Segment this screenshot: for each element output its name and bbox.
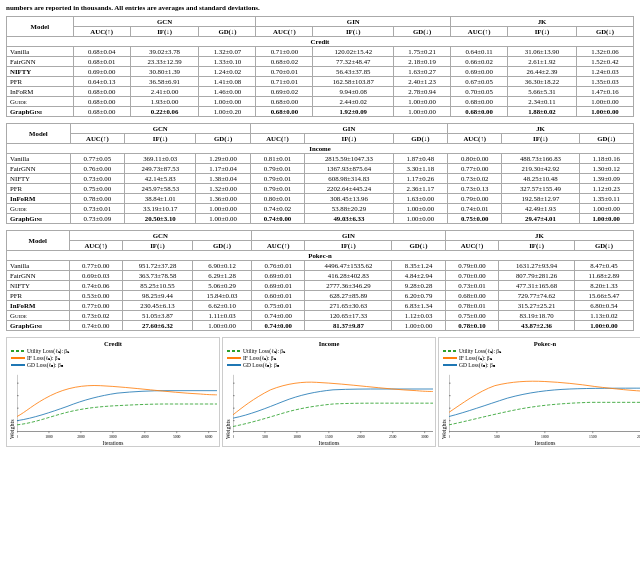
section-label-credit: Credit [7, 37, 634, 47]
table-credit: ModelGCNGINJKAUC(↑)IF(↓)GD(↓)AUC(↑)IF(↓)… [6, 16, 634, 117]
data-cell: 0.73±0.13 [448, 184, 502, 194]
table-row: InFoRM0.77±0.00230.45±6.136.62±0.100.75±… [7, 301, 634, 311]
table-row: GraphGini0.68±0.000.22±0.061.00±0.200.68… [7, 107, 634, 117]
model-name-cell: NIFTY [7, 174, 71, 184]
legend-label: Utility Loss(ℓ₁): β₁ [27, 348, 69, 354]
legend-item: IF Loss(ℓ₂): β₂ [11, 355, 217, 361]
data-cell: 6.62±0.10 [193, 301, 252, 311]
svg-text:2000: 2000 [77, 435, 85, 439]
data-cell: 0.71±0.00 [256, 47, 313, 57]
data-cell: 1.24±0.02 [199, 67, 256, 77]
data-cell: 0.81±0.01 [250, 154, 304, 164]
data-cell: 477.31±165.68 [499, 281, 575, 291]
data-cell: 1.00±0.00 [394, 107, 451, 117]
col-subheader-3: AUC(↑) [252, 241, 305, 251]
data-cell: 6.29±1.28 [193, 271, 252, 281]
data-cell: 0.79±0.00 [448, 194, 502, 204]
col-subheader-8: GD(↓) [574, 241, 633, 251]
data-cell: 26.44±2.39 [508, 67, 577, 77]
data-cell: 1.00±0.00 [196, 214, 250, 224]
model-name-cell: PFR [7, 77, 74, 87]
data-cell: 0.68±0.00 [73, 107, 130, 117]
data-cell: 1.00±0.00 [196, 204, 250, 214]
data-cell: 2.36±1.17 [393, 184, 447, 194]
svg-text:4000: 4000 [141, 435, 149, 439]
col-subheader-1: IF(↓) [122, 241, 192, 251]
data-cell: 1.38±0.04 [196, 174, 250, 184]
table-row: NIFTY0.73±0.0042.14±5.831.38±0.040.79±0.… [7, 174, 634, 184]
legend-line [11, 364, 25, 366]
data-cell: 1.00±0.00 [199, 97, 256, 107]
page: numbers are reported in thousands. All e… [0, 0, 640, 451]
data-cell: 9.28±0.28 [392, 281, 445, 291]
data-cell: 1.18±0.16 [579, 154, 633, 164]
data-cell: 0.66±0.02 [451, 57, 508, 67]
data-cell: 0.79±0.00 [445, 261, 498, 271]
col-subheader-0: AUC(↑) [69, 241, 122, 251]
table-pokec: ModelGCNGINJKAUC(↑)IF(↓)GD(↓)AUC(↑)IF(↓)… [6, 230, 634, 331]
data-cell: 2.41±0.00 [130, 87, 199, 97]
data-cell: 192.58±12.97 [502, 194, 579, 204]
table-row: NIFTY0.69±0.0030.80±1.391.24±0.020.70±0.… [7, 67, 634, 77]
data-cell: 1.32±0.00 [196, 184, 250, 194]
data-cell: 0.73±0.00 [70, 174, 124, 184]
table-row: InFoRM0.68±0.002.41±0.001.46±0.000.69±0.… [7, 87, 634, 97]
data-cell: 6.80±0.54 [574, 301, 633, 311]
svg-text:1500: 1500 [589, 435, 597, 439]
legend-line [227, 364, 241, 366]
data-cell: 20.50±3.10 [125, 214, 196, 224]
data-cell: 0.77±0.00 [69, 261, 122, 271]
col-header-jk: JK [451, 17, 634, 27]
data-cell: 51.05±3.87 [122, 311, 192, 321]
data-cell: 245.97±58.53 [125, 184, 196, 194]
legend-item: IF Loss(ℓ₂): β₂ [227, 355, 433, 361]
data-cell: 1.00±0.00 [394, 97, 451, 107]
data-cell: 0.73±0.09 [70, 214, 124, 224]
data-cell: 0.68±0.01 [73, 57, 130, 67]
svg-text:3000: 3000 [421, 435, 429, 439]
model-name-cell: Vanilla [7, 261, 70, 271]
data-cell: 39.02±3.78 [130, 47, 199, 57]
data-cell: 1.46±0.00 [199, 87, 256, 97]
data-cell: 1.88±0.02 [508, 107, 577, 117]
model-name-cell: PFR [7, 184, 71, 194]
data-cell: 0.64±0.11 [451, 47, 508, 57]
col-subheader-2: GD(↓) [193, 241, 252, 251]
legend-label: IF Loss(ℓ₂): β₂ [27, 355, 60, 361]
col-subheader-6: AUC(↑) [445, 241, 498, 251]
data-cell: 1.00±0.00 [393, 204, 447, 214]
col-subheader-6: AUC(↑) [448, 134, 502, 144]
charts-row: CreditUtility Loss(ℓ₁): β₁IF Loss(ℓ₂): β… [6, 337, 634, 447]
model-name-cell: PFR [7, 291, 70, 301]
data-cell: 0.74±0.02 [250, 204, 304, 214]
table-row: Guide0.68±0.001.93±0.001.00±0.000.68±0.0… [7, 97, 634, 107]
data-cell: 6.83±1.34 [392, 301, 445, 311]
col-subheader-2: GD(↓) [196, 134, 250, 144]
data-cell: 1.39±0.09 [579, 174, 633, 184]
data-cell: 729.77±74.62 [499, 291, 575, 301]
data-cell: 1.00±0.20 [199, 107, 256, 117]
data-cell: 1.00±0.00 [579, 214, 633, 224]
data-cell: 2815.59±1047.33 [305, 154, 393, 164]
col-subheader-3: AUC(↑) [256, 27, 313, 37]
data-cell: 1.29±0.00 [196, 154, 250, 164]
table-row: GraphGini0.74±0.0027.60±6.321.00±0.000.7… [7, 321, 634, 331]
chart-wrapper: Weights43210500100015002000 [441, 369, 640, 439]
data-cell: 1.75±0.21 [394, 47, 451, 57]
table-row: Vanilla0.77±0.00951.72±37.286.90±0.120.7… [7, 261, 634, 271]
data-cell: 1.12±0.23 [579, 184, 633, 194]
data-cell: 120.02±15.42 [313, 47, 394, 57]
col-subheader-1: IF(↓) [130, 27, 199, 37]
data-cell: 0.67±0.05 [451, 77, 508, 87]
data-cell: 951.72±37.28 [122, 261, 192, 271]
x-axis-label: Iterations [225, 440, 433, 446]
section-label-income: Income [7, 144, 634, 154]
data-cell: 1631.27±93.94 [499, 261, 575, 271]
data-cell: 0.68±0.00 [445, 291, 498, 301]
data-cell: 0.60±0.01 [252, 291, 305, 301]
y-axis-label: Weights [225, 369, 231, 439]
data-cell: 0.64±0.13 [73, 77, 130, 87]
table-row: FairGNN0.76±0.00249.73±87.531.17±0.040.7… [7, 164, 634, 174]
data-cell: 1.63±0.00 [393, 194, 447, 204]
data-cell: 53.88±20.29 [305, 204, 393, 214]
